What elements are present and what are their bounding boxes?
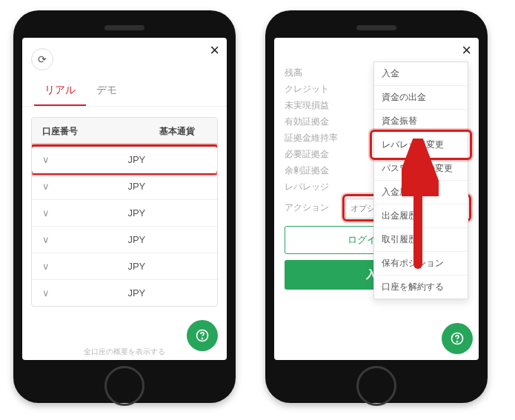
screen-right: × 残高0.00 クレジット 未実現損益 有効証拠金 証拠金維持率 必要証拠金 … bbox=[274, 38, 479, 360]
table-head: 口座番号 基本通貨 bbox=[32, 118, 217, 146]
label-free-margin: 余剰証拠金 bbox=[285, 164, 345, 177]
currency-cell: JPY bbox=[127, 154, 207, 165]
chevron-down-icon: ∨ bbox=[42, 207, 127, 219]
tab-demo[interactable]: デモ bbox=[86, 78, 127, 106]
table-row[interactable]: ∨ JPY bbox=[32, 279, 217, 306]
close-icon[interactable]: × bbox=[210, 42, 219, 59]
dropdown-item-positions[interactable]: 保有ポジション bbox=[374, 252, 468, 276]
dropdown-item-deposit[interactable]: 入金 bbox=[374, 62, 468, 86]
earpiece bbox=[104, 25, 144, 30]
label-required-margin: 必要証拠金 bbox=[285, 148, 345, 161]
svg-point-3 bbox=[456, 341, 457, 342]
label-leverage: レバレッジ bbox=[285, 181, 345, 193]
th-currency: 基本通貨 bbox=[149, 118, 217, 145]
label-equity: 有効証拠金 bbox=[285, 116, 345, 128]
dropdown-item-withdraw-history[interactable]: 出金履歴 bbox=[374, 204, 468, 228]
dropdown-item-close-account[interactable]: 口座を解約する bbox=[374, 276, 468, 299]
phone-right: × 残高0.00 クレジット 未実現損益 有効証拠金 証拠金維持率 必要証拠金 … bbox=[265, 10, 488, 403]
svg-point-1 bbox=[202, 339, 202, 339]
currency-cell: JPY bbox=[127, 261, 207, 272]
dropdown-item-leverage[interactable]: レバレッジ変更 bbox=[374, 133, 468, 157]
chevron-down-icon: ∨ bbox=[42, 287, 127, 299]
table-row[interactable]: ∨ JPY bbox=[32, 253, 217, 279]
dropdown-item-transfer[interactable]: 資金振替 bbox=[374, 110, 468, 133]
help-icon bbox=[450, 331, 465, 346]
table-row[interactable]: ∨ JPY bbox=[32, 226, 217, 253]
tabs: リアル デモ bbox=[22, 78, 227, 107]
label-unrealized: 未実現損益 bbox=[285, 99, 345, 112]
label-credit: クレジット bbox=[285, 83, 345, 96]
screen-left: × ⟳ リアル デモ 口座番号 基本通貨 ∨ JPY ∨ bbox=[22, 38, 227, 360]
currency-cell: JPY bbox=[127, 234, 207, 245]
help-icon bbox=[195, 328, 210, 343]
account-panel: 残高0.00 クレジット 未実現損益 有効証拠金 証拠金維持率 必要証拠金 余剰… bbox=[274, 38, 479, 360]
home-button[interactable] bbox=[356, 366, 396, 406]
accounts-table: 口座番号 基本通貨 ∨ JPY ∨ JPY ∨ JPY ∨ bbox=[31, 117, 218, 307]
chevron-down-icon: ∨ bbox=[42, 261, 127, 272]
help-fab[interactable] bbox=[187, 320, 218, 351]
table-row[interactable]: ∨ JPY bbox=[32, 146, 217, 173]
help-fab[interactable] bbox=[442, 323, 473, 354]
highlight-box-leverage bbox=[370, 130, 472, 160]
dropdown-item-password[interactable]: パスワードの変更 bbox=[374, 157, 468, 181]
dropdown-item-withdraw[interactable]: 資金の出金 bbox=[374, 86, 468, 110]
table-row[interactable]: ∨ JPY bbox=[32, 199, 217, 226]
currency-cell: JPY bbox=[127, 207, 207, 219]
refresh-icon[interactable]: ⟳ bbox=[31, 48, 53, 70]
tab-real[interactable]: リアル bbox=[34, 78, 86, 106]
toolbar: ⟳ bbox=[22, 38, 227, 73]
action-dropdown: 入金 資金の出金 資金振替 レバレッジ変更 パスワードの変更 入金履歴 出金履歴… bbox=[373, 61, 468, 299]
chevron-down-icon: ∨ bbox=[42, 234, 127, 245]
phone-left: × ⟳ リアル デモ 口座番号 基本通貨 ∨ JPY ∨ bbox=[13, 10, 236, 403]
dropdown-item-deposit-history[interactable]: 入金履歴 bbox=[374, 181, 468, 204]
currency-cell: JPY bbox=[127, 287, 207, 299]
chevron-down-icon: ∨ bbox=[42, 181, 127, 192]
label-margin-level: 証拠金維持率 bbox=[285, 132, 345, 144]
table-row[interactable]: ∨ JPY bbox=[32, 173, 217, 199]
th-account: 口座番号 bbox=[32, 118, 149, 145]
label-balance: 残高 bbox=[285, 67, 345, 79]
label-action: アクション bbox=[285, 201, 345, 214]
home-button[interactable] bbox=[104, 366, 144, 406]
dropdown-item-trade-history[interactable]: 取引履歴 bbox=[374, 228, 468, 252]
chevron-down-icon: ∨ bbox=[42, 154, 127, 165]
earpiece bbox=[356, 25, 396, 30]
currency-cell: JPY bbox=[127, 181, 207, 192]
